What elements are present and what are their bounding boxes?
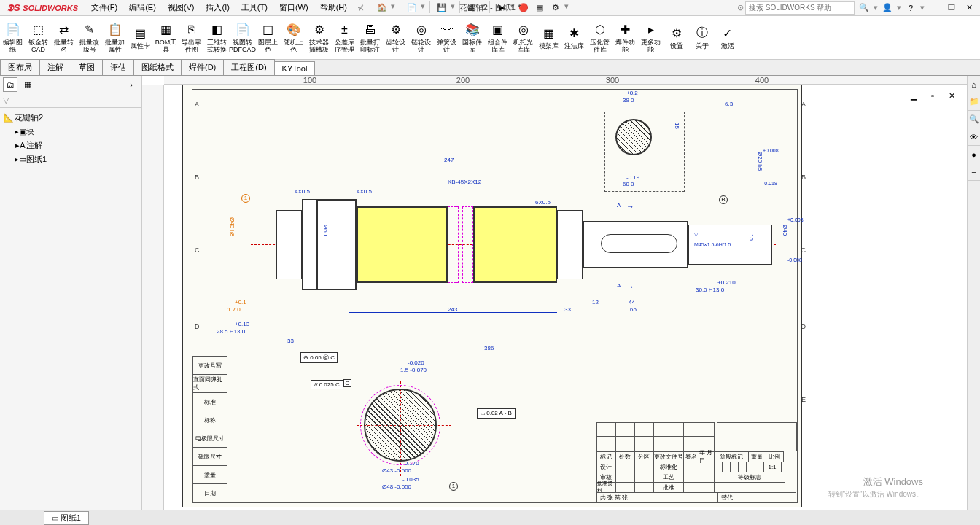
ribbon-button[interactable]: ⚙齿轮设计	[383, 16, 408, 59]
ribbon-button[interactable]: ⚙设置	[664, 16, 689, 59]
ribbon-button[interactable]: 📄视图转PDFCAD	[230, 16, 255, 59]
shaft-segment	[302, 199, 316, 290]
ribbon-button[interactable]: ⬡压化管件库	[587, 16, 612, 59]
taskpane-tab-library[interactable]: 📁	[968, 93, 980, 111]
gdt-frame: ⊕ 0.05 ⓐ C	[300, 352, 338, 363]
ribbon-button[interactable]: 🎨随机上色	[281, 16, 306, 59]
help-search-input[interactable]	[745, 1, 855, 15]
taskpane-tab-resources[interactable]: ⌂	[968, 76, 980, 93]
user-icon[interactable]: 👤	[879, 1, 895, 15]
ribbon-button[interactable]: ▦BOM工具	[153, 16, 179, 59]
save-icon[interactable]: 💾	[435, 1, 449, 15]
ribbon-label: 弹簧设计	[435, 39, 458, 54]
menu-file[interactable]: 文件(F)	[85, 0, 123, 15]
tree-annotations[interactable]: ▸A 注解	[3, 139, 139, 152]
ribbon-button[interactable]: ±公差库序管理	[332, 16, 357, 59]
new-icon[interactable]: 📄	[405, 1, 419, 15]
ribbon-button[interactable]: ▸更多功能	[638, 16, 664, 59]
ribbon-button[interactable]: 🖶批量打印标注	[357, 16, 383, 59]
taskpane-tab-appearance[interactable]: ●	[968, 146, 980, 163]
ribbon-button[interactable]: 📚国标件库	[459, 16, 485, 59]
ribbon-button[interactable]: ◎链轮设计	[408, 16, 434, 59]
ribbon-button[interactable]: ✎批量改版号	[77, 16, 102, 59]
dimension: +0.1	[235, 299, 246, 306]
search-go-icon[interactable]: 🔍	[856, 1, 872, 15]
menu-insert[interactable]: 插入(I)	[200, 0, 235, 15]
ribbon-icon: ⓘ	[693, 26, 711, 42]
ribbon-label: 压化管件库	[588, 39, 611, 54]
help-icon[interactable]: ?	[903, 1, 919, 15]
menu-tools[interactable]: 工具(T)	[236, 0, 273, 15]
balloon-b: B	[719, 195, 728, 204]
app-logo: 𝕯S SOLIDWORKS	[0, 2, 85, 14]
ribbon-icon: ✓	[719, 26, 736, 42]
restore-button[interactable]: ❐	[944, 1, 960, 15]
taskpane-tab-explorer[interactable]: 🔍	[968, 111, 980, 128]
home-icon[interactable]: 🏠	[375, 1, 389, 15]
commandmanager-tab[interactable]: 草图	[71, 59, 103, 75]
ribbon-label: 国标件库	[461, 39, 483, 54]
panel-expand-icon[interactable]: ›	[124, 77, 139, 92]
ribbon-button[interactable]: ◎机托光库库	[510, 16, 536, 59]
ribbon-button[interactable]: ▤属性卡	[128, 16, 153, 59]
minimize-button[interactable]: _	[926, 1, 942, 15]
ribbon-label: 导出零件图	[180, 39, 203, 54]
ribbon-icon: 📋	[106, 22, 124, 38]
section-circle	[615, 119, 652, 155]
menu-window[interactable]: 窗口(W)	[273, 0, 314, 15]
spline-outline	[360, 385, 440, 465]
ribbon-icon: 📄	[234, 22, 252, 38]
featuretree-tab-icon[interactable]: 🗂	[3, 77, 18, 92]
section-label: A	[617, 202, 621, 209]
commandmanager-tab[interactable]: 工程图(D)	[223, 59, 274, 75]
ribbon-label: 钣金转CAD	[27, 39, 50, 54]
ribbon-button[interactable]: 📄编辑图纸	[0, 16, 26, 59]
configurations-tab-icon[interactable]: ▦	[20, 77, 35, 92]
section-label: A	[617, 282, 621, 289]
sheet-tab[interactable]: ▭ 图纸1	[44, 511, 89, 525]
commandmanager-tab[interactable]: 注解	[39, 59, 71, 75]
mdi-buttons: ▁ ▫ ✕	[906, 89, 960, 102]
menu-pin-icon[interactable]: ⊀	[357, 3, 364, 12]
ribbon-button[interactable]: ✱注法库	[561, 16, 587, 59]
ribbon-button[interactable]: ⓘ关于	[689, 16, 715, 59]
tree-blocks[interactable]: ▸▣ 块	[3, 125, 139, 139]
ribbon-button[interactable]: ◧三维转式转换	[204, 16, 230, 59]
commandmanager-tab[interactable]: 评估	[102, 59, 134, 75]
ribbon-icon: ⬚	[30, 22, 47, 38]
close-button[interactable]: ✕	[961, 1, 977, 15]
ribbon-button[interactable]: 〰弹簧设计	[434, 16, 459, 59]
mdi-close-icon[interactable]: ✕	[944, 89, 960, 102]
ribbon-button[interactable]: ⇄批量转名	[51, 16, 77, 59]
menu-view[interactable]: 视图(V)	[162, 0, 201, 15]
tree-root[interactable]: 📐 花键轴2	[3, 111, 139, 125]
ribbon-button[interactable]: ◫图层上色	[255, 16, 281, 59]
ribbon-button[interactable]: ⬚钣金转CAD	[26, 16, 51, 59]
commandmanager-tab[interactable]: 图纸格式	[133, 59, 182, 75]
ribbon-button[interactable]: ⚙技术器插槽板	[306, 16, 332, 59]
drawing-canvas[interactable]: 100 200 300 400 ⤢ 🔍 ↶ ◐ ▭ 👁 ◯ ▁ ▫ ✕	[142, 76, 967, 510]
taskpane-tab-custom[interactable]: ≡	[968, 163, 980, 181]
menu-help[interactable]: 帮助(H)	[314, 0, 353, 15]
ribbon-button[interactable]: ▣组合件库库	[485, 16, 510, 59]
mdi-max-icon[interactable]: ▫	[925, 89, 941, 102]
ribbon-button[interactable]: 📋批量加属性	[102, 16, 128, 59]
document-title: 花键轴2 - 图纸1 *	[459, 2, 521, 13]
tree-sheet1[interactable]: ▸▭ 图纸1	[3, 152, 139, 166]
filter-icon[interactable]: ▽	[3, 96, 9, 105]
settings-icon[interactable]: ⚙	[548, 1, 563, 15]
commandmanager-tab[interactable]: KYTool	[274, 61, 316, 75]
ribbon-button[interactable]: ▦模架库	[536, 16, 561, 59]
taskpane-tab-view[interactable]: 👁	[968, 128, 980, 146]
ribbon-label: BOM工具	[155, 39, 177, 54]
menu-edit[interactable]: 编辑(E)	[123, 0, 162, 15]
commandmanager-tab[interactable]: 图布局	[0, 59, 40, 75]
ribbon-button[interactable]: ⎘导出零件图	[179, 16, 204, 59]
options-icon[interactable]: ▤	[532, 1, 547, 15]
ribbon-button[interactable]: ✚焊件功能	[612, 16, 638, 59]
ribbon-button[interactable]: ✓激活	[715, 16, 740, 59]
ribbon-label: 公差库序管理	[333, 39, 356, 54]
dimension: -0.19	[626, 174, 639, 181]
mdi-min-icon[interactable]: ▁	[906, 89, 922, 102]
commandmanager-tab[interactable]: 焊件(D)	[181, 59, 224, 75]
